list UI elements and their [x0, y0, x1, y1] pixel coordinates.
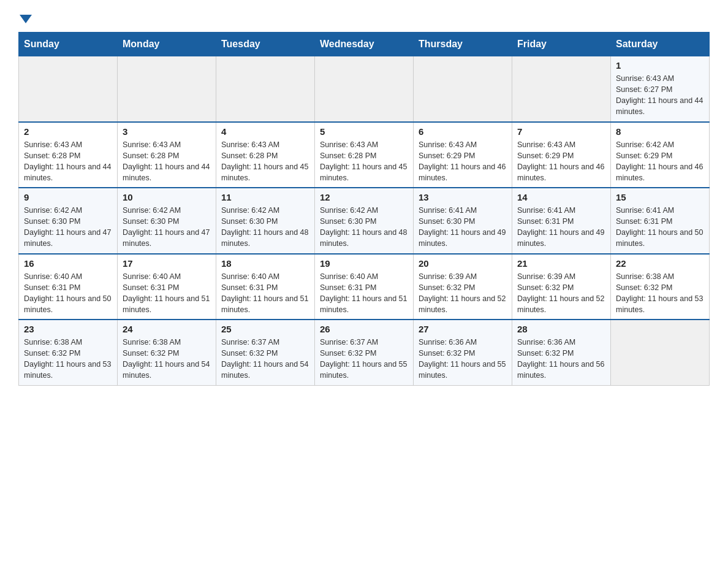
day-info: Sunrise: 6:38 AMSunset: 6:32 PMDaylight:… [123, 337, 211, 381]
day-info: Sunrise: 6:42 AMSunset: 6:29 PMDaylight:… [616, 139, 704, 184]
calendar-cell: 28Sunrise: 6:36 AMSunset: 6:32 PMDayligh… [512, 320, 611, 385]
calendar-cell: 20Sunrise: 6:39 AMSunset: 6:32 PMDayligh… [414, 254, 512, 320]
calendar-cell: 24Sunrise: 6:38 AMSunset: 6:32 PMDayligh… [118, 320, 216, 385]
day-number: 4 [221, 126, 309, 137]
calendar-cell: 26Sunrise: 6:37 AMSunset: 6:32 PMDayligh… [315, 320, 414, 385]
calendar-cell [414, 56, 512, 122]
day-number: 21 [517, 258, 605, 269]
calendar-cell [315, 56, 414, 122]
day-info: Sunrise: 6:40 AMSunset: 6:31 PMDaylight:… [24, 271, 112, 316]
day-info: Sunrise: 6:36 AMSunset: 6:32 PMDaylight:… [419, 337, 507, 381]
day-info: Sunrise: 6:42 AMSunset: 6:30 PMDaylight:… [123, 205, 211, 250]
day-info: Sunrise: 6:43 AMSunset: 6:27 PMDaylight:… [616, 73, 704, 118]
calendar-cell: 11Sunrise: 6:42 AMSunset: 6:30 PMDayligh… [216, 188, 315, 254]
weekday-header-saturday: Saturday [611, 33, 710, 56]
day-number: 19 [320, 258, 408, 269]
day-number: 7 [517, 126, 605, 137]
day-info: Sunrise: 6:40 AMSunset: 6:31 PMDaylight:… [320, 271, 408, 316]
calendar-cell [118, 56, 216, 122]
weekday-header-thursday: Thursday [414, 33, 512, 56]
calendar-cell: 2Sunrise: 6:43 AMSunset: 6:28 PMDaylight… [19, 122, 118, 188]
calendar-cell: 17Sunrise: 6:40 AMSunset: 6:31 PMDayligh… [118, 254, 216, 320]
calendar-cell [611, 320, 710, 385]
day-number: 13 [419, 192, 507, 202]
day-info: Sunrise: 6:36 AMSunset: 6:32 PMDaylight:… [517, 337, 605, 381]
calendar-cell: 5Sunrise: 6:43 AMSunset: 6:28 PMDaylight… [315, 122, 414, 188]
calendar-cell: 6Sunrise: 6:43 AMSunset: 6:29 PMDaylight… [414, 122, 512, 188]
calendar-cell: 18Sunrise: 6:40 AMSunset: 6:31 PMDayligh… [216, 254, 315, 320]
day-info: Sunrise: 6:42 AMSunset: 6:30 PMDaylight:… [221, 205, 309, 250]
calendar-week-row: 16Sunrise: 6:40 AMSunset: 6:31 PMDayligh… [19, 254, 710, 320]
day-info: Sunrise: 6:38 AMSunset: 6:32 PMDaylight:… [616, 271, 704, 316]
day-info: Sunrise: 6:42 AMSunset: 6:30 PMDaylight:… [24, 205, 112, 250]
day-number: 10 [123, 192, 211, 202]
calendar-cell: 19Sunrise: 6:40 AMSunset: 6:31 PMDayligh… [315, 254, 414, 320]
calendar-cell: 21Sunrise: 6:39 AMSunset: 6:32 PMDayligh… [512, 254, 611, 320]
day-number: 12 [320, 192, 408, 202]
weekday-header-sunday: Sunday [19, 33, 118, 56]
calendar-cell: 13Sunrise: 6:41 AMSunset: 6:30 PMDayligh… [414, 188, 512, 254]
calendar-cell: 7Sunrise: 6:43 AMSunset: 6:29 PMDaylight… [512, 122, 611, 188]
day-number: 18 [221, 258, 309, 269]
day-number: 23 [24, 324, 112, 334]
logo-arrow-icon [20, 15, 32, 23]
weekday-header-friday: Friday [512, 33, 611, 56]
calendar-cell: 16Sunrise: 6:40 AMSunset: 6:31 PMDayligh… [19, 254, 118, 320]
day-number: 26 [320, 324, 408, 334]
calendar-cell: 23Sunrise: 6:38 AMSunset: 6:32 PMDayligh… [19, 320, 118, 385]
day-number: 15 [616, 192, 704, 202]
day-info: Sunrise: 6:40 AMSunset: 6:31 PMDaylight:… [221, 271, 309, 316]
logo [18, 12, 32, 20]
calendar-cell: 1Sunrise: 6:43 AMSunset: 6:27 PMDaylight… [611, 56, 710, 122]
weekday-header-tuesday: Tuesday [216, 33, 315, 56]
day-info: Sunrise: 6:43 AMSunset: 6:29 PMDaylight:… [419, 139, 507, 184]
day-number: 22 [616, 258, 704, 269]
day-number: 11 [221, 192, 309, 202]
calendar-cell [216, 56, 315, 122]
calendar-cell: 15Sunrise: 6:41 AMSunset: 6:31 PMDayligh… [611, 188, 710, 254]
day-info: Sunrise: 6:37 AMSunset: 6:32 PMDaylight:… [221, 337, 309, 381]
day-info: Sunrise: 6:41 AMSunset: 6:31 PMDaylight:… [517, 205, 605, 250]
day-number: 5 [320, 126, 408, 137]
calendar-cell: 3Sunrise: 6:43 AMSunset: 6:28 PMDaylight… [118, 122, 216, 188]
day-info: Sunrise: 6:43 AMSunset: 6:28 PMDaylight:… [123, 139, 211, 184]
day-number: 6 [419, 126, 507, 137]
weekday-header-monday: Monday [118, 33, 216, 56]
day-info: Sunrise: 6:43 AMSunset: 6:29 PMDaylight:… [517, 139, 605, 184]
calendar-cell: 25Sunrise: 6:37 AMSunset: 6:32 PMDayligh… [216, 320, 315, 385]
calendar-cell [512, 56, 611, 122]
calendar-cell: 9Sunrise: 6:42 AMSunset: 6:30 PMDaylight… [19, 188, 118, 254]
calendar-cell: 27Sunrise: 6:36 AMSunset: 6:32 PMDayligh… [414, 320, 512, 385]
calendar-cell: 4Sunrise: 6:43 AMSunset: 6:28 PMDaylight… [216, 122, 315, 188]
day-number: 8 [616, 126, 704, 137]
day-info: Sunrise: 6:41 AMSunset: 6:31 PMDaylight:… [616, 205, 704, 250]
day-info: Sunrise: 6:37 AMSunset: 6:32 PMDaylight:… [320, 337, 408, 381]
day-number: 27 [419, 324, 507, 334]
day-number: 3 [123, 126, 211, 137]
calendar-cell: 10Sunrise: 6:42 AMSunset: 6:30 PMDayligh… [118, 188, 216, 254]
day-number: 2 [24, 126, 112, 137]
day-info: Sunrise: 6:41 AMSunset: 6:30 PMDaylight:… [419, 205, 507, 250]
day-info: Sunrise: 6:42 AMSunset: 6:30 PMDaylight:… [320, 205, 408, 250]
day-info: Sunrise: 6:43 AMSunset: 6:28 PMDaylight:… [320, 139, 408, 184]
page-header [18, 12, 710, 20]
day-number: 1 [616, 60, 704, 71]
weekday-header-wednesday: Wednesday [315, 33, 414, 56]
day-info: Sunrise: 6:43 AMSunset: 6:28 PMDaylight:… [24, 139, 112, 184]
day-number: 17 [123, 258, 211, 269]
day-number: 24 [123, 324, 211, 334]
day-number: 16 [24, 258, 112, 269]
day-info: Sunrise: 6:39 AMSunset: 6:32 PMDaylight:… [419, 271, 507, 316]
calendar-cell: 14Sunrise: 6:41 AMSunset: 6:31 PMDayligh… [512, 188, 611, 254]
weekday-header-row: SundayMondayTuesdayWednesdayThursdayFrid… [19, 33, 710, 56]
calendar-week-row: 23Sunrise: 6:38 AMSunset: 6:32 PMDayligh… [19, 320, 710, 385]
day-number: 14 [517, 192, 605, 202]
day-number: 9 [24, 192, 112, 202]
calendar-week-row: 9Sunrise: 6:42 AMSunset: 6:30 PMDaylight… [19, 188, 710, 254]
calendar-week-row: 2Sunrise: 6:43 AMSunset: 6:28 PMDaylight… [19, 122, 710, 188]
calendar-cell: 8Sunrise: 6:42 AMSunset: 6:29 PMDaylight… [611, 122, 710, 188]
day-number: 28 [517, 324, 605, 334]
day-info: Sunrise: 6:40 AMSunset: 6:31 PMDaylight:… [123, 271, 211, 316]
calendar-cell [19, 56, 118, 122]
day-info: Sunrise: 6:38 AMSunset: 6:32 PMDaylight:… [24, 337, 112, 381]
